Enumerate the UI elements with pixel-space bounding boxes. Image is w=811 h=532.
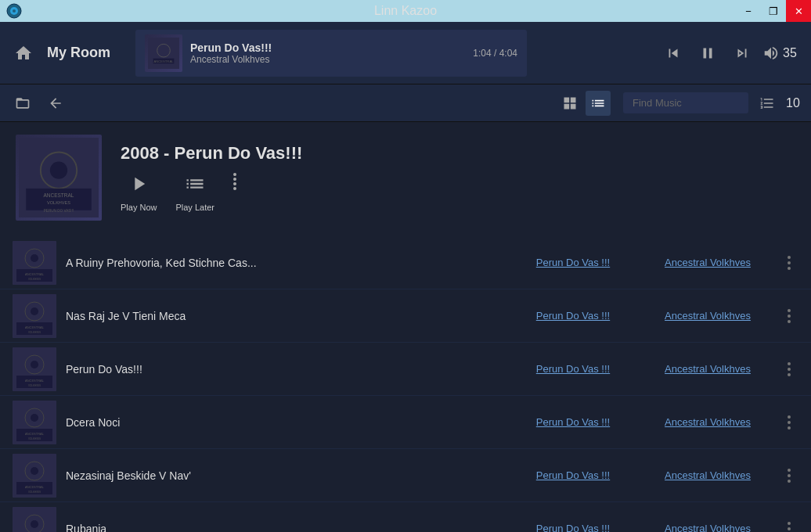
more-options-icon [233, 173, 236, 190]
track-menu-3[interactable] [780, 409, 798, 436]
track-count: 10 [786, 96, 802, 110]
svg-text:ANCESTRAL: ANCESTRAL [154, 59, 175, 63]
track-thumbnail-0: ANCESTRAL VOLKHVES [13, 241, 56, 285]
svg-text:ANCESTRAL: ANCESTRAL [25, 432, 45, 436]
svg-text:VOLKHVES: VOLKHVES [28, 331, 41, 334]
track-album-1[interactable]: Perun Do Vas !!! [510, 310, 636, 322]
view-toggle [557, 91, 611, 116]
svg-text:ANCESTRAL: ANCESTRAL [25, 379, 45, 383]
volume-number: 35 [783, 46, 802, 60]
track-thumbnail-5: ANCESTRAL VOLKHVES [13, 507, 56, 533]
track-title-0: A Ruiny Prehovoria, Ked Stichne Cas... [66, 257, 501, 269]
track-thumbnail-2: ANCESTRAL VOLKHVES [13, 347, 56, 391]
play-now-button[interactable]: Play Now [121, 173, 157, 212]
track-album-3[interactable]: Perun Do Vas !!! [510, 416, 636, 428]
numbered-list-icon [755, 91, 780, 116]
track-artist-3[interactable]: Ancestral Volkhves [645, 416, 770, 428]
track-thumbnail-1: ANCESTRAL VOLKHVES [13, 294, 56, 338]
album-header: ANCESTRAL VOLKHVES PERUN DO VAS!!! 2008 … [0, 122, 811, 236]
rewind-button[interactable] [659, 39, 687, 67]
now-playing-album-art: ANCESTRAL [145, 34, 182, 72]
maximize-button[interactable]: ❐ [761, 0, 786, 22]
track-thumbnail-3: ANCESTRAL VOLKHVES [13, 401, 56, 444]
svg-text:PERUN DO VAS!!!: PERUN DO VAS!!! [44, 209, 74, 213]
now-playing-info: Perun Do Vas!!! Ancestral Volkhves [190, 41, 465, 65]
track-title-2: Perun Do Vas!!! [66, 363, 501, 376]
svg-point-2 [13, 9, 16, 13]
svg-point-46 [31, 520, 38, 528]
play-now-icon [128, 173, 150, 200]
track-row[interactable]: ANCESTRAL VOLKHVES Perun Do Vas!!! Perun… [0, 343, 811, 396]
close-button[interactable]: ✕ [786, 0, 811, 22]
track-menu-2[interactable] [780, 356, 798, 383]
track-title-3: Dcera Noci [66, 416, 501, 429]
track-artist-0[interactable]: Ancestral Volkhves [645, 257, 770, 268]
track-album-2[interactable]: Perun Do Vas !!! [510, 363, 636, 375]
track-album-4[interactable]: Perun Do Vas !!! [510, 469, 636, 481]
track-artist-1[interactable]: Ancestral Volkhves [645, 310, 770, 322]
home-button[interactable] [9, 39, 38, 67]
now-playing-bar: ANCESTRAL Perun Do Vas!!! Ancestral Volk… [135, 30, 527, 77]
track-menu-4[interactable] [780, 462, 798, 489]
folder-button[interactable] [9, 90, 36, 117]
window-title: Linn Kazoo [374, 4, 437, 18]
track-row[interactable]: ANCESTRAL VOLKHVES Dcera Noci Perun Do V… [0, 396, 811, 449]
play-later-button[interactable]: Play Later [175, 173, 214, 212]
track-row[interactable]: ANCESTRAL VOLKHVES Nezasinaj Beskide V N… [0, 449, 811, 502]
pause-button[interactable] [694, 39, 722, 67]
svg-rect-44 [13, 507, 56, 533]
transport-controls: 35 [659, 39, 802, 67]
track-menu-0[interactable] [780, 250, 798, 276]
play-now-label: Play Now [121, 203, 157, 212]
svg-rect-10 [26, 189, 91, 210]
track-menu-1[interactable] [780, 303, 798, 329]
track-menu-5[interactable] [780, 516, 798, 533]
forward-button[interactable] [728, 39, 756, 67]
titlebar-controls: − ❐ ✕ [736, 0, 811, 22]
toolbar: 10 [0, 84, 811, 122]
svg-text:ANCESTRAL: ANCESTRAL [25, 272, 45, 276]
now-playing-artist: Ancestral Volkhves [190, 54, 465, 65]
svg-point-16 [31, 254, 38, 262]
track-title-1: Nas Raj Je V Tieni Meca [66, 310, 501, 322]
svg-point-28 [31, 361, 38, 368]
svg-text:VOLKHVES: VOLKHVES [28, 491, 41, 494]
header: My Room ANCESTRAL Perun Do Vas!!! Ancest… [0, 22, 811, 84]
album-title: 2008 - Perun Do Vas!!! [121, 143, 795, 164]
album-info: 2008 - Perun Do Vas!!! Play Now [121, 143, 795, 212]
play-later-label: Play Later [175, 203, 214, 212]
more-options-button[interactable] [233, 173, 236, 190]
svg-point-9 [50, 162, 67, 179]
svg-text:ANCESTRAL: ANCESTRAL [25, 485, 45, 489]
back-button[interactable] [42, 90, 69, 117]
track-row[interactable]: ANCESTRAL VOLKHVES Rubanja Perun Do Vas … [0, 502, 811, 532]
search-input[interactable] [623, 92, 748, 113]
svg-text:ANCESTRAL: ANCESTRAL [44, 192, 74, 198]
track-artist-2[interactable]: Ancestral Volkhves [645, 363, 770, 375]
svg-rect-3 [148, 38, 179, 69]
track-row[interactable]: ANCESTRAL VOLKHVES A Ruiny Prehovoria, K… [0, 236, 811, 289]
album-actions: Play Now Play Later [121, 173, 795, 212]
svg-point-40 [31, 467, 38, 475]
track-thumbnail-4: ANCESTRAL VOLKHVES [13, 454, 56, 498]
now-playing-title: Perun Do Vas!!! [190, 41, 465, 54]
album-art: ANCESTRAL VOLKHVES PERUN DO VAS!!! [16, 135, 102, 221]
content-area[interactable]: ANCESTRAL VOLKHVES PERUN DO VAS!!! 2008 … [0, 122, 811, 532]
svg-point-34 [31, 414, 38, 422]
svg-text:VOLKHVES: VOLKHVES [47, 200, 70, 205]
track-row[interactable]: ANCESTRAL VOLKHVES Nas Raj Je V Tieni Me… [0, 289, 811, 343]
room-label: My Room [47, 45, 110, 61]
track-artist-5[interactable]: Ancestral Volkhves [645, 523, 770, 532]
svg-text:ANCESTRAL: ANCESTRAL [25, 325, 45, 329]
track-artist-4[interactable]: Ancestral Volkhves [645, 469, 770, 481]
play-later-icon [184, 173, 206, 200]
list-view-button[interactable] [586, 91, 611, 116]
track-album-0[interactable]: Perun Do Vas !!! [510, 257, 636, 268]
svg-point-22 [31, 307, 38, 315]
track-album-5[interactable]: Perun Do Vas !!! [510, 523, 636, 532]
minimize-button[interactable]: − [736, 0, 761, 22]
track-title-5: Rubanja [66, 523, 501, 533]
volume-section: 35 [762, 45, 802, 62]
grid-view-button[interactable] [557, 91, 582, 116]
app-icon [6, 3, 22, 19]
